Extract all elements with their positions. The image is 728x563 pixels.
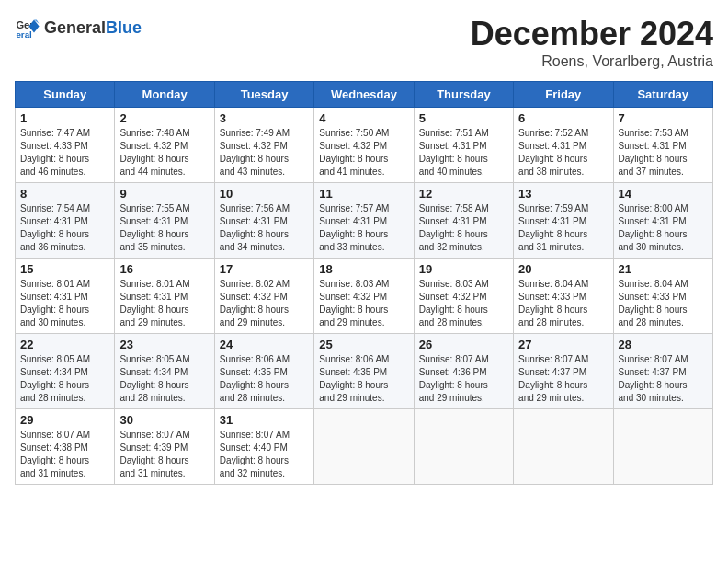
day-number: 16 <box>119 262 209 276</box>
day-number: 22 <box>20 338 109 351</box>
day-number: 17 <box>220 262 309 276</box>
day-info: Sunrise: 8:07 AM Sunset: 4:36 PM Dayligh… <box>419 353 508 405</box>
day-number: 14 <box>619 187 708 201</box>
day-info: Sunrise: 7:49 AM Sunset: 4:32 PM Dayligh… <box>220 127 309 178</box>
day-info: Sunrise: 7:56 AM Sunset: 4:31 PM Dayligh… <box>220 202 309 254</box>
day-info: Sunrise: 7:55 AM Sunset: 4:31 PM Dayligh… <box>119 202 209 254</box>
day-number: 1 <box>20 111 109 125</box>
table-row: 17Sunrise: 8:02 AM Sunset: 4:32 PM Dayli… <box>214 259 313 334</box>
table-row: 9Sunrise: 7:55 AM Sunset: 4:31 PM Daylig… <box>115 183 214 259</box>
day-info: Sunrise: 8:06 AM Sunset: 4:35 PM Dayligh… <box>220 353 309 405</box>
table-row: 28Sunrise: 8:07 AM Sunset: 4:37 PM Dayli… <box>613 334 712 409</box>
day-info: Sunrise: 8:01 AM Sunset: 4:31 PM Dayligh… <box>20 278 109 329</box>
day-number: 27 <box>518 338 608 351</box>
col-monday: Monday <box>115 82 214 108</box>
table-row: 18Sunrise: 8:03 AM Sunset: 4:32 PM Dayli… <box>314 259 414 334</box>
table-row: 30Sunrise: 8:07 AM Sunset: 4:39 PM Dayli… <box>115 409 214 485</box>
table-row: 15Sunrise: 8:01 AM Sunset: 4:31 PM Dayli… <box>16 259 115 334</box>
day-info: Sunrise: 7:59 AM Sunset: 4:31 PM Dayligh… <box>518 202 608 254</box>
table-row: 29Sunrise: 8:07 AM Sunset: 4:38 PM Dayli… <box>16 409 115 485</box>
day-number: 15 <box>20 262 109 276</box>
day-info: Sunrise: 8:05 AM Sunset: 4:34 PM Dayligh… <box>20 353 109 405</box>
day-info: Sunrise: 7:48 AM Sunset: 4:32 PM Dayligh… <box>119 127 209 178</box>
table-row: 23Sunrise: 8:05 AM Sunset: 4:34 PM Dayli… <box>115 334 214 409</box>
table-row <box>514 409 613 485</box>
table-row: 2Sunrise: 7:48 AM Sunset: 4:32 PM Daylig… <box>115 108 214 183</box>
table-row: 8Sunrise: 7:54 AM Sunset: 4:31 PM Daylig… <box>16 183 115 259</box>
day-info: Sunrise: 8:07 AM Sunset: 4:39 PM Dayligh… <box>119 429 209 480</box>
logo: Gen eral GeneralBlue <box>15 15 142 40</box>
day-number: 11 <box>319 187 408 201</box>
day-info: Sunrise: 7:52 AM Sunset: 4:31 PM Dayligh… <box>518 127 608 178</box>
table-row: 6Sunrise: 7:52 AM Sunset: 4:31 PM Daylig… <box>514 108 613 183</box>
day-info: Sunrise: 8:05 AM Sunset: 4:34 PM Dayligh… <box>119 353 209 405</box>
day-number: 10 <box>220 187 309 201</box>
table-row: 3Sunrise: 7:49 AM Sunset: 4:32 PM Daylig… <box>214 108 313 183</box>
col-wednesday: Wednesday <box>314 82 414 108</box>
table-row: 31Sunrise: 8:07 AM Sunset: 4:40 PM Dayli… <box>214 409 313 485</box>
day-number: 3 <box>220 111 309 125</box>
day-info: Sunrise: 7:51 AM Sunset: 4:31 PM Dayligh… <box>419 127 508 178</box>
table-row: 10Sunrise: 7:56 AM Sunset: 4:31 PM Dayli… <box>214 183 313 259</box>
day-info: Sunrise: 7:53 AM Sunset: 4:31 PM Dayligh… <box>619 127 708 178</box>
day-number: 6 <box>518 111 608 125</box>
table-row <box>613 409 712 485</box>
col-sunday: Sunday <box>16 82 115 108</box>
day-info: Sunrise: 8:07 AM Sunset: 4:40 PM Dayligh… <box>220 429 309 480</box>
calendar-table: Sunday Monday Tuesday Wednesday Thursday… <box>15 81 713 485</box>
table-row: 5Sunrise: 7:51 AM Sunset: 4:31 PM Daylig… <box>414 108 513 183</box>
logo-blue-text: Blue <box>106 18 142 37</box>
table-row: 4Sunrise: 7:50 AM Sunset: 4:32 PM Daylig… <box>314 108 414 183</box>
day-number: 9 <box>119 187 209 201</box>
day-number: 8 <box>20 187 109 201</box>
day-number: 21 <box>619 262 708 276</box>
day-number: 29 <box>20 413 109 427</box>
day-number: 20 <box>518 262 608 276</box>
table-row: 1Sunrise: 7:47 AM Sunset: 4:33 PM Daylig… <box>16 108 115 183</box>
svg-text:eral: eral <box>16 29 32 40</box>
table-row: 25Sunrise: 8:06 AM Sunset: 4:35 PM Dayli… <box>314 334 414 409</box>
col-thursday: Thursday <box>414 82 513 108</box>
table-row: 14Sunrise: 8:00 AM Sunset: 4:31 PM Dayli… <box>613 183 712 259</box>
table-row: 12Sunrise: 7:58 AM Sunset: 4:31 PM Dayli… <box>414 183 513 259</box>
header-row: Sunday Monday Tuesday Wednesday Thursday… <box>16 82 713 108</box>
day-info: Sunrise: 7:47 AM Sunset: 4:33 PM Dayligh… <box>20 127 109 178</box>
table-row: 21Sunrise: 8:04 AM Sunset: 4:33 PM Dayli… <box>613 259 712 334</box>
table-row: 22Sunrise: 8:05 AM Sunset: 4:34 PM Dayli… <box>16 334 115 409</box>
col-tuesday: Tuesday <box>214 82 313 108</box>
day-info: Sunrise: 8:07 AM Sunset: 4:38 PM Dayligh… <box>20 429 109 480</box>
day-number: 26 <box>419 338 508 351</box>
day-info: Sunrise: 7:50 AM Sunset: 4:32 PM Dayligh… <box>319 127 408 178</box>
day-info: Sunrise: 8:06 AM Sunset: 4:35 PM Dayligh… <box>319 353 408 405</box>
col-saturday: Saturday <box>613 82 712 108</box>
day-info: Sunrise: 8:00 AM Sunset: 4:31 PM Dayligh… <box>619 202 708 254</box>
day-number: 25 <box>319 338 408 351</box>
day-number: 4 <box>319 111 408 125</box>
day-info: Sunrise: 8:02 AM Sunset: 4:32 PM Dayligh… <box>220 278 309 329</box>
page-header: Gen eral GeneralBlue December 2024 Roens… <box>15 15 713 70</box>
table-row: 20Sunrise: 8:04 AM Sunset: 4:33 PM Dayli… <box>514 259 613 334</box>
day-info: Sunrise: 8:03 AM Sunset: 4:32 PM Dayligh… <box>319 278 408 329</box>
day-number: 28 <box>619 338 708 351</box>
day-info: Sunrise: 7:57 AM Sunset: 4:31 PM Dayligh… <box>319 202 408 254</box>
day-number: 12 <box>419 187 508 201</box>
table-row: 13Sunrise: 7:59 AM Sunset: 4:31 PM Dayli… <box>514 183 613 259</box>
day-number: 2 <box>119 111 209 125</box>
day-info: Sunrise: 8:01 AM Sunset: 4:31 PM Dayligh… <box>119 278 209 329</box>
table-row <box>414 409 513 485</box>
table-row: 7Sunrise: 7:53 AM Sunset: 4:31 PM Daylig… <box>613 108 712 183</box>
day-number: 5 <box>419 111 508 125</box>
day-number: 30 <box>119 413 209 427</box>
table-row: 16Sunrise: 8:01 AM Sunset: 4:31 PM Dayli… <box>115 259 214 334</box>
logo-general-text: General <box>44 18 106 37</box>
day-number: 31 <box>220 413 309 427</box>
day-number: 24 <box>220 338 309 351</box>
day-number: 13 <box>518 187 608 201</box>
logo-icon: Gen eral <box>15 15 40 40</box>
table-row: 26Sunrise: 8:07 AM Sunset: 4:36 PM Dayli… <box>414 334 513 409</box>
day-number: 23 <box>119 338 209 351</box>
table-row: 27Sunrise: 8:07 AM Sunset: 4:37 PM Dayli… <box>514 334 613 409</box>
table-row: 24Sunrise: 8:06 AM Sunset: 4:35 PM Dayli… <box>214 334 313 409</box>
day-number: 18 <box>319 262 408 276</box>
day-number: 7 <box>619 111 708 125</box>
